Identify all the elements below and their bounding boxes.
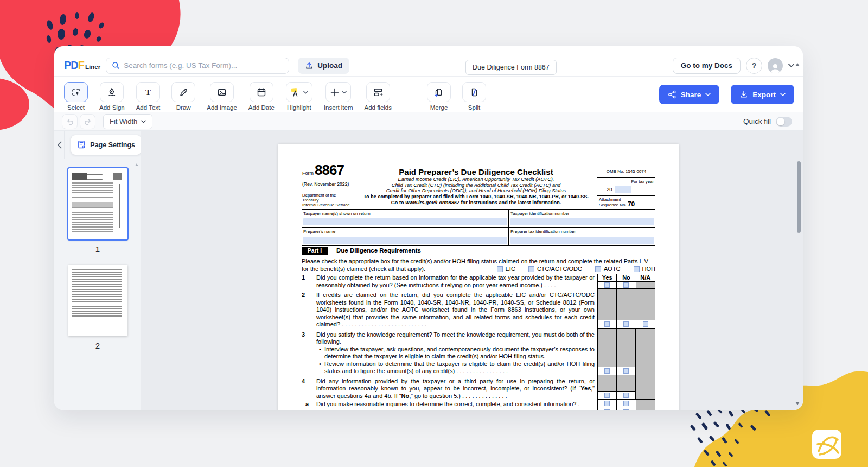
search-form-container xyxy=(106,58,289,74)
hoh-checkbox[interactable] xyxy=(634,266,640,272)
q4a-no-checkbox[interactable] xyxy=(623,401,629,406)
toggle-knob xyxy=(777,118,784,125)
tin-input[interactable] xyxy=(510,218,654,225)
q4a-yes-checkbox[interactable] xyxy=(604,401,610,406)
form-instruction-1: To be completed by preparer and filed wi… xyxy=(359,194,593,200)
page-number-label: 1 xyxy=(95,244,100,254)
pdfliner-corner-logo xyxy=(812,430,841,459)
tool-select-box xyxy=(64,82,88,102)
q2-no-checkbox[interactable] xyxy=(623,321,629,327)
tool-split[interactable]: Split xyxy=(462,82,486,111)
ctc-label: CTC/ACTC/ODC xyxy=(537,266,582,273)
document-viewport[interactable]: Form 8867 (Rev. November 2022) Departmen… xyxy=(141,131,803,410)
attachment-label: Attachment xyxy=(599,197,654,203)
tool-split-box xyxy=(462,82,486,102)
pdfliner-logo[interactable]: PDF Liner xyxy=(64,59,100,72)
tool-add-text[interactable]: T Add Text xyxy=(136,82,161,111)
scrollbar-thumb[interactable] xyxy=(797,161,801,233)
tool-add-date[interactable]: Add Date xyxy=(248,82,275,111)
ptin-input[interactable] xyxy=(510,237,654,244)
tool-highlight[interactable]: Highlight xyxy=(286,82,312,111)
taxpayer-name-input[interactable] xyxy=(303,218,507,225)
thumbnails-scroll-up[interactable] xyxy=(135,163,138,166)
pen-icon xyxy=(178,87,188,97)
tool-add-image[interactable]: Add Image xyxy=(207,82,237,111)
tool-highlight-box xyxy=(286,82,312,102)
undo-button[interactable] xyxy=(62,114,78,129)
chevron-down-icon xyxy=(342,91,347,94)
scrollbar-up-arrow[interactable] xyxy=(795,63,800,66)
chevron-down-icon xyxy=(705,93,711,96)
share-button[interactable]: Share xyxy=(659,85,720,104)
question-3: 3 Did you satisfy the knowledge requirem… xyxy=(302,329,655,375)
redo-button[interactable] xyxy=(80,114,95,129)
preparer-name-label: Preparer’s name xyxy=(303,228,508,236)
q4b-no-checkbox[interactable] xyxy=(623,409,629,410)
tax-year-input[interactable] xyxy=(615,186,631,193)
q1-yes-checkbox[interactable] xyxy=(604,282,610,288)
zoom-mode-dropdown[interactable]: Fit Width xyxy=(103,114,152,129)
logo-letter-f: F xyxy=(78,59,84,72)
tool-add-image-box xyxy=(210,82,234,102)
export-button[interactable]: Export xyxy=(731,85,794,104)
part1-header: Part I Due Diligence Requirements xyxy=(302,246,655,257)
page-settings-label: Page Settings xyxy=(90,141,135,149)
view-subtoolbar: Fit Width Quick fill xyxy=(54,112,803,131)
upload-button[interactable]: Upload xyxy=(298,58,349,74)
page-thumbnail-2[interactable] xyxy=(68,265,127,336)
page-thumbnail-1[interactable] xyxy=(68,168,127,239)
tool-add-fields[interactable]: Add fields xyxy=(365,82,392,111)
preparer-row: Preparer’s name Preparer tax identificat… xyxy=(302,228,655,246)
subtoolbar-divider xyxy=(729,112,729,131)
tax-year-label: For tax year xyxy=(599,178,654,186)
split-document-icon xyxy=(469,87,479,97)
tool-insert-item[interactable]: Insert item xyxy=(324,82,353,111)
thumbnail-preview xyxy=(72,269,122,318)
tool-merge[interactable]: Merge xyxy=(427,82,451,111)
help-button[interactable]: ? xyxy=(746,58,762,74)
merge-documents-icon xyxy=(434,87,444,97)
answer-columns: Yes No N/A xyxy=(597,274,655,289)
tool-select[interactable]: Select xyxy=(64,82,88,111)
ctc-checkbox[interactable] xyxy=(528,266,534,272)
question-number: 3 xyxy=(302,329,316,375)
q3-yes-checkbox[interactable] xyxy=(604,368,610,374)
q1-na-cell xyxy=(636,282,655,288)
aotc-checkbox[interactable] xyxy=(595,266,601,272)
signature-pen-icon xyxy=(107,87,117,97)
q4b-yes-checkbox[interactable] xyxy=(604,409,610,410)
question-number: 4 xyxy=(302,375,316,400)
q4-no-checkbox[interactable] xyxy=(623,393,629,398)
search-input[interactable] xyxy=(124,61,283,70)
thumbnail-preview xyxy=(72,173,122,180)
col-yes-header: Yes xyxy=(598,274,616,281)
tool-label: Insert item xyxy=(324,104,353,111)
document-title-field[interactable]: Due Diligence Form 8867 xyxy=(465,60,557,75)
calendar-icon xyxy=(257,87,266,97)
part1-title: Due Diligence Requirements xyxy=(336,247,421,255)
q1-no-checkbox[interactable] xyxy=(623,282,629,288)
eic-checkbox[interactable] xyxy=(497,266,503,272)
tool-draw[interactable]: Draw xyxy=(171,82,195,111)
q2-na-checkbox[interactable] xyxy=(643,321,648,327)
part1-tag: Part I xyxy=(302,247,328,255)
scrollbar-down-arrow[interactable] xyxy=(795,402,800,405)
q3-no-checkbox[interactable] xyxy=(623,368,629,374)
question-4a: a Did you make reasonable inquiries to d… xyxy=(302,400,655,408)
page-settings-button[interactable]: Page Settings xyxy=(71,135,141,155)
quick-fill-toggle[interactable] xyxy=(776,117,792,127)
collapse-sidebar-button[interactable] xyxy=(54,131,65,159)
form-header-right: OMB No. 1545-0074 For tax year 20 Attach… xyxy=(597,167,655,209)
page-thumbnails: 1 2 xyxy=(54,159,141,410)
avatar[interactable] xyxy=(768,58,783,73)
tool-add-sign[interactable]: Add Sign xyxy=(99,82,125,111)
part1-intro: Please check the appropriate box for the… xyxy=(302,256,655,273)
account-chevron-down-icon[interactable] xyxy=(788,64,794,67)
q4-yes-checkbox[interactable] xyxy=(604,393,610,398)
q2-yes-checkbox[interactable] xyxy=(604,321,610,327)
chevron-down-icon xyxy=(303,91,308,94)
q4-na-cell xyxy=(635,375,655,400)
tool-label: Merge xyxy=(430,104,448,111)
preparer-name-input[interactable] xyxy=(303,237,507,244)
go-to-my-docs-button[interactable]: Go to my Docs xyxy=(673,58,741,74)
